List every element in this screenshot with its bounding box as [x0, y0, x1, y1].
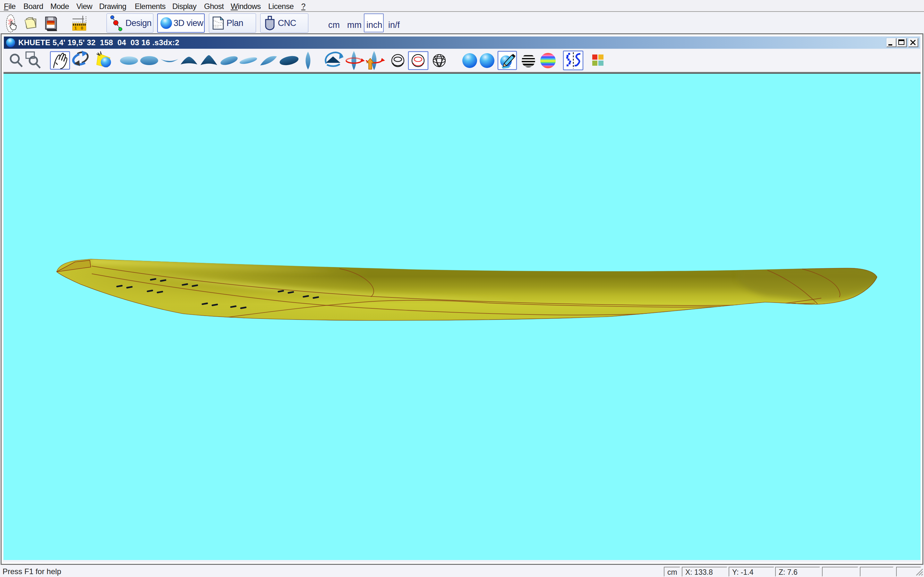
svg-text:0: 0	[81, 26, 83, 31]
svg-text:1: 1	[74, 26, 77, 31]
